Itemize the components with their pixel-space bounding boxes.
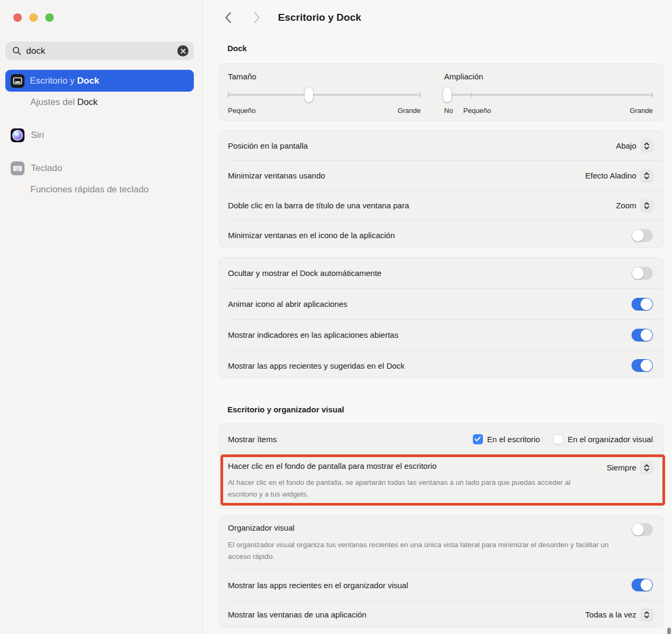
chevron-up-down-icon (641, 608, 653, 621)
sidebar-item-keyboard[interactable]: Teclado (5, 158, 194, 179)
sidebar-item-dock-settings[interactable]: Ajustes del Dock (5, 92, 194, 113)
sidebar-item-siri[interactable]: Siri (5, 125, 194, 146)
setting-row-show-items: Mostrar ítems En el escritorio En el org… (219, 424, 663, 454)
search-query-text: dock (26, 46, 177, 56)
stage-manager-toggle[interactable] (632, 523, 653, 536)
autohide-toggle[interactable] (632, 267, 653, 280)
slider-thumb[interactable] (443, 87, 452, 102)
search-input[interactable]: dock (5, 42, 194, 60)
stage-manager-description: El organizador visual organiza tus venta… (228, 539, 630, 562)
minimize-button[interactable] (29, 13, 38, 22)
setting-row-animate: Animar icono al abrir aplicaciones (219, 289, 663, 319)
size-slider-group: Tamaño Pequeño Grande (228, 72, 421, 120)
section-header-desktop: Escritorio y organizador visual (227, 405, 672, 414)
chevron-up-down-icon (641, 461, 653, 474)
scrollbar-thumb[interactable] (667, 628, 671, 634)
slider-max-label: Grande (398, 107, 421, 115)
section-header-dock: Dock (227, 44, 672, 53)
page-title: Escritorio y Dock (278, 12, 361, 23)
sidebar-item-label: Escritorio y Dock (30, 76, 99, 86)
sidebar-item-label: Siri (31, 130, 44, 141)
setting-row-app-windows: Mostrar las ventanas de una aplicación T… (219, 600, 663, 629)
magnification-slider[interactable] (444, 87, 653, 102)
checkbox-in-stage-manager[interactable]: En el organizador visual (553, 434, 653, 444)
setting-row-recent-apps: Mostrar las apps recientes y sugeridas e… (219, 351, 663, 380)
zoom-button[interactable] (45, 13, 54, 22)
slider-min-label: Pequeño (463, 107, 491, 115)
sidebar-subitem-label: Ajustes del Dock (30, 97, 98, 108)
stage-recent-apps-toggle[interactable] (632, 579, 653, 591)
sidebar-item-desktop-dock[interactable]: Escritorio y Dock (5, 70, 194, 92)
setting-row-minimize-into-icon: Minimizar ventanas en el icono de la apl… (219, 221, 663, 250)
magnification-slider-group: Ampliación No Pequeño Grande (444, 72, 653, 120)
double-click-dropdown[interactable]: Zoom (616, 199, 653, 212)
keyboard-icon (11, 161, 24, 175)
setting-row-autohide: Ocultar y mostrar el Dock automáticament… (219, 258, 663, 288)
minimize-into-icon-toggle[interactable] (632, 229, 653, 242)
slider-min-label: Pequeño (228, 107, 256, 115)
chevron-up-down-icon (641, 140, 653, 152)
desktop-dock-icon (11, 74, 24, 88)
dock-toggles-card: Ocultar y mostrar el Dock automáticament… (219, 257, 664, 378)
size-slider[interactable] (228, 87, 421, 102)
setting-row-click-wallpaper: Hacer clic en el fondo de pantalla para … (219, 454, 663, 500)
sidebar-item-label: Teclado (31, 163, 62, 174)
app-windows-dropdown[interactable]: Todas a la vez (585, 608, 653, 621)
sidebar: dock Escritorio y Dock Ajustes del Dock (0, 0, 203, 634)
setting-row-stage-manager: Organizador visual El organizador visual… (219, 516, 663, 570)
slider-off-label: No (444, 107, 453, 115)
back-chevron-icon[interactable] (221, 11, 235, 25)
stage-manager-card: Organizador visual El organizador visual… (219, 516, 664, 628)
magnification-slider-label: Ampliación (444, 72, 653, 81)
click-wallpaper-dropdown[interactable]: Siempre (607, 461, 653, 474)
search-results-list: Escritorio y Dock Ajustes del Dock Siri (5, 70, 194, 200)
recent-apps-toggle[interactable] (632, 359, 653, 372)
system-settings-window: dock Escritorio y Dock Ajustes del Dock (0, 0, 672, 634)
click-wallpaper-description: Al hacer clic en el fondo de pantalla, s… (228, 477, 586, 500)
dock-options-card: Posición en la pantalla Abajo Minimizar … (219, 131, 664, 248)
sidebar-item-keyboard-shortcuts[interactable]: Funciones rápidas de teclado (5, 179, 194, 200)
size-slider-label: Tamaño (228, 72, 421, 81)
chevron-up-down-icon (641, 169, 653, 182)
setting-row-position: Posición en la pantalla Abajo (219, 131, 663, 160)
panel-header: Escritorio y Dock (203, 0, 672, 25)
slider-track (444, 94, 653, 96)
indicators-toggle[interactable] (632, 329, 653, 342)
siri-icon (11, 128, 24, 142)
slider-max-label: Grande (630, 107, 653, 115)
checkbox-checked-icon[interactable] (473, 434, 483, 444)
close-button[interactable] (13, 13, 22, 22)
desktop-items-card: Mostrar ítems En el escritorio En el org… (219, 424, 664, 509)
clear-search-icon[interactable] (177, 45, 189, 56)
main-panel: Escritorio y Dock Dock Tamaño Pequeño Gr… (203, 0, 672, 634)
slider-track (228, 94, 421, 96)
position-dropdown[interactable]: Abajo (616, 140, 653, 152)
checkbox-unchecked-icon[interactable] (553, 434, 563, 444)
slider-thumb[interactable] (305, 87, 313, 102)
search-icon (12, 46, 21, 55)
window-controls (13, 13, 54, 22)
checkbox-on-desktop[interactable]: En el escritorio (473, 434, 540, 444)
sidebar-subitem-label: Funciones rápidas de teclado (30, 184, 149, 195)
sliders-card: Tamaño Pequeño Grande Ampliación (219, 63, 664, 121)
setting-row-stage-recent-apps: Mostrar las apps recientes en el organiz… (219, 570, 663, 600)
animate-toggle[interactable] (632, 298, 653, 311)
setting-row-indicators: Mostrar indicadores en las aplicaciones … (219, 320, 663, 350)
minimize-effect-dropdown[interactable]: Efecto Aladino (585, 169, 653, 182)
chevron-up-down-icon (641, 199, 653, 212)
setting-row-minimize-effect: Minimizar ventanas usando Efecto Aladino (219, 161, 663, 190)
forward-chevron-icon[interactable] (250, 11, 264, 25)
setting-row-double-click: Doble clic en la barra de título de una … (219, 191, 663, 220)
